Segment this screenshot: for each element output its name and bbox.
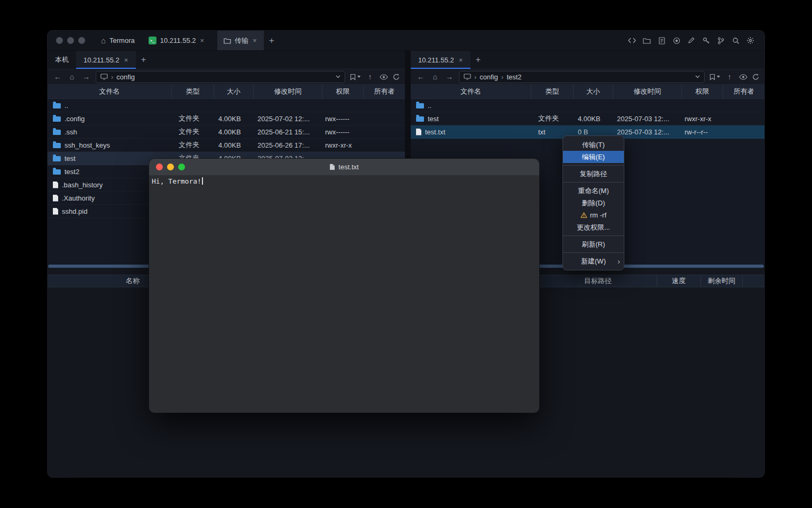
folder-icon [53,103,61,108]
menu-item-delete[interactable]: 删除(D) [563,197,624,209]
refresh-icon[interactable] [393,74,400,80]
menu-item-rename[interactable]: 重命名(M) [563,185,624,197]
file-row[interactable]: .config 文件夹 4.00KB 2025-07-02 12:... rwx… [48,112,405,125]
chevron-down-icon [357,76,361,78]
upload-icon[interactable]: ↑ [365,72,375,81]
close-tab-icon[interactable]: × [252,37,257,44]
col-owner: 所有者 [723,85,764,98]
menu-item-chmod[interactable]: 更改权限... [563,221,624,233]
file-row[interactable]: ssh_host_keys 文件夹 4.00KB 2025-06-26 17:.… [48,139,405,152]
back-icon[interactable]: ← [53,72,62,81]
log-icon[interactable] [657,36,666,45]
close-window-button[interactable] [156,164,163,170]
zoom-window-button[interactable] [78,37,85,44]
folder-icon[interactable] [642,36,651,45]
refresh-icon[interactable] [752,74,759,80]
computer-icon [100,74,108,80]
new-panel-tab-button[interactable]: + [470,51,485,69]
forward-icon[interactable]: → [81,72,91,81]
breadcrumb-segment[interactable]: config [116,73,135,81]
tab-remote-host[interactable]: 10.211.55.2 × [76,51,136,69]
new-tab-button[interactable]: + [264,31,280,50]
terminal-icon: >_ [149,37,156,44]
file-name: test [64,155,76,162]
close-tab-icon[interactable]: × [199,37,205,44]
menu-separator [563,235,624,236]
right-table-header: 文件名 类型 大小 修改时间 权限 所有者 [411,85,764,99]
new-panel-tab-button[interactable]: + [136,51,151,69]
chevron-down-icon[interactable] [336,75,340,78]
bookmark-icon [709,74,715,80]
file-row[interactable]: .. [48,99,405,112]
col-modified: 修改时间 [613,85,682,98]
path-breadcrumb[interactable]: › config › test2 [459,71,705,83]
minimize-window-button[interactable] [167,164,174,170]
menu-item-edit[interactable]: 编辑(E) [563,151,624,163]
tab-label: 10.211.55.2 [84,56,119,64]
tab-local[interactable]: 本机 [48,51,76,69]
col-speed: 速度 [657,275,701,287]
chevron-down-icon[interactable] [695,75,700,78]
upload-icon[interactable]: ↑ [725,72,734,81]
file-name: .bash_history [62,181,103,189]
file-row[interactable]: .ssh 文件夹 4.00KB 2025-06-21 15:... rwx---… [48,125,405,139]
editor-content[interactable]: Hi, Termora! [149,176,539,413]
breadcrumb-segment[interactable]: config [479,73,498,81]
editor-titlebar[interactable]: test.txt [149,159,539,176]
file-name: .Xauthority [62,194,95,202]
file-row[interactable]: .. [411,99,764,112]
search-icon[interactable] [731,36,740,45]
tab-remote-host[interactable]: 10.211.55.2 × [411,51,470,69]
minimize-window-button[interactable] [67,37,74,44]
menu-separator [563,165,624,166]
col-remaining-time: 剩余时间 [701,275,743,287]
back-icon[interactable]: ← [416,72,426,81]
forward-icon[interactable]: → [445,72,454,81]
tab-transfer[interactable]: 传输 × [217,31,264,50]
folder-icon [53,156,61,161]
menu-item-refresh[interactable]: 刷新(R) [563,238,624,250]
settings-icon[interactable] [746,36,755,45]
breadcrumb-segment[interactable]: test2 [506,73,521,81]
folder-icon [53,116,61,122]
zoom-window-button[interactable] [178,164,185,170]
col-perm: 权限 [322,85,364,98]
close-window-button[interactable] [56,37,63,44]
home-icon[interactable]: ⌂ [430,72,440,81]
pencil-icon[interactable] [687,36,696,45]
tab-ssh-session[interactable]: >_ 10.211.55.2 × [142,31,211,50]
col-owner: 所有者 [364,85,405,98]
branch-icon[interactable] [716,36,725,45]
folder-icon [416,116,424,122]
tab-label: 10.211.55.2 [160,37,196,44]
left-table-header: 文件名 类型 大小 修改时间 权限 所有者 [48,85,405,99]
key-icon[interactable] [702,36,710,45]
close-tab-icon[interactable]: × [458,56,464,64]
right-table-body: .. test 文件夹 4.00KB 2025-07-03 12:... rwx… [411,99,764,139]
editor-window: test.txt Hi, Termora! [149,159,539,413]
menu-item-copy-path[interactable]: 复制路径 [563,168,624,180]
bookmark-control[interactable] [350,74,361,80]
home-icon[interactable]: ⌂ [67,72,77,81]
folder-icon [224,38,231,44]
record-icon[interactable] [672,36,681,45]
menu-item-rm-rf[interactable]: rm -rf [563,209,624,221]
path-breadcrumb[interactable]: › config [96,71,345,83]
tab-home[interactable]: ⌂ Termora [99,31,137,50]
breadcrumb-separator: › [501,73,503,81]
file-row[interactable]: test 文件夹 4.00KB 2025-07-03 12:... rwxr-x… [411,112,764,125]
file-name: ssh_host_keys [64,141,110,149]
show-hidden-icon[interactable] [739,74,748,80]
close-tab-icon[interactable]: × [124,56,129,64]
col-target-path: 目标路径 [539,275,657,287]
code-icon[interactable] [628,36,636,45]
file-icon [53,195,58,202]
tab-label: 10.211.55.2 [418,56,454,64]
menu-item-new[interactable]: 新建(W) › [563,255,624,267]
computer-icon [464,74,471,80]
bookmark-control[interactable] [709,74,720,80]
menu-item-transfer[interactable]: 传输(T) [563,139,624,151]
show-hidden-icon[interactable] [380,74,388,80]
app-title: Termora [109,37,135,44]
bookmark-icon [350,74,356,80]
